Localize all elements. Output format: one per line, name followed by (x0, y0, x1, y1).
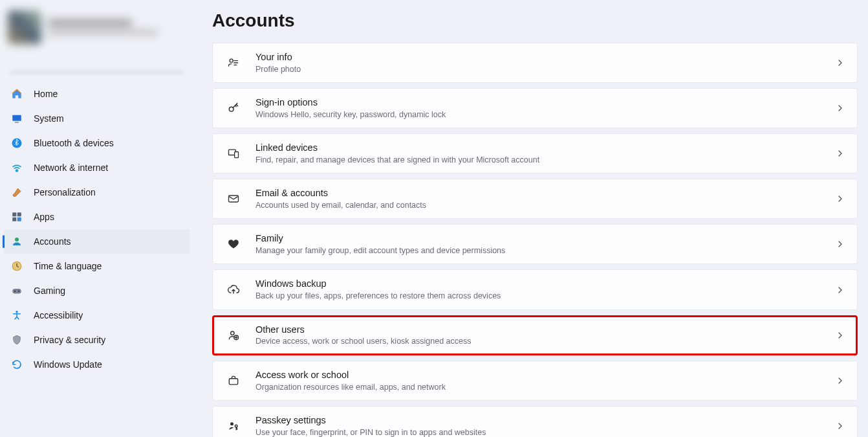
backup-icon (224, 281, 243, 299)
svg-rect-21 (229, 378, 237, 384)
mail-icon (224, 190, 243, 208)
gaming-icon (10, 284, 23, 297)
card-title: Windows backup (255, 278, 835, 290)
nav-label: Time & language (34, 261, 102, 271)
bluetooth-icon (10, 137, 23, 150)
avatar (8, 10, 41, 44)
settings-card-list: Your infoProfile photoSign-in optionsWin… (212, 43, 858, 437)
chevron-right-icon (835, 58, 845, 68)
chevron-right-icon (835, 285, 845, 295)
sidebar-item-time[interactable]: Time & language (4, 254, 190, 278)
chevron-right-icon (835, 375, 845, 386)
card-body: Linked devicesFind, repair, and manage d… (255, 142, 835, 165)
nav-label: Windows Update (34, 359, 102, 370)
settings-card-other-users[interactable]: Other usersDevice access, work or school… (212, 315, 858, 355)
card-title: Passkey settings (255, 414, 835, 427)
search-input[interactable] (10, 58, 184, 73)
card-body: Windows backupBack up your files, apps, … (255, 278, 835, 301)
sidebar-item-privacy[interactable]: Privacy & security (4, 328, 190, 352)
people-add-icon (224, 326, 243, 344)
card-subtitle: Manage your family group, edit account t… (255, 245, 835, 256)
svg-point-14 (230, 59, 233, 62)
wifi-icon (10, 161, 23, 174)
system-icon (10, 112, 23, 125)
apps-icon (10, 210, 23, 223)
card-body: Other usersDevice access, work or school… (255, 324, 835, 347)
card-title: Your info (255, 51, 835, 63)
svg-rect-10 (12, 289, 21, 294)
card-body: Sign-in optionsWindows Hello, security k… (255, 96, 835, 120)
card-subtitle: Find, repair, and manage devices that ar… (255, 155, 835, 165)
svg-rect-6 (12, 218, 16, 221)
svg-point-3 (16, 170, 18, 172)
sidebar-item-system[interactable]: System (4, 106, 190, 131)
sidebar-item-home[interactable]: Home (4, 82, 190, 106)
card-body: Access work or schoolOrganization resour… (255, 369, 835, 392)
card-subtitle: Organization resources like email, apps,… (255, 382, 835, 392)
chevron-right-icon (835, 194, 845, 204)
svg-rect-0 (12, 115, 21, 121)
sidebar-item-apps[interactable]: Apps (4, 205, 190, 229)
sidebar-item-accounts[interactable]: Accounts (4, 229, 190, 254)
card-body: Passkey settingsUse your face, fingerpri… (255, 414, 835, 437)
settings-card-sign-in-options[interactable]: Sign-in optionsWindows Hello, security k… (212, 88, 858, 128)
settings-card-email-accounts[interactable]: Email & accountsAccounts used by email, … (212, 179, 858, 219)
svg-rect-17 (235, 152, 239, 158)
key-icon (224, 99, 243, 117)
card-subtitle: Device access, work or school users, kio… (255, 336, 835, 346)
sidebar-item-update[interactable]: Windows Update (4, 352, 190, 377)
card-subtitle: Windows Hello, security key, password, d… (255, 109, 835, 120)
nav-label: System (34, 113, 64, 124)
card-title: Access work or school (255, 369, 835, 381)
main-content: Accounts Your infoProfile photoSign-in o… (194, 0, 868, 437)
svg-rect-1 (15, 122, 19, 123)
card-title: Email & accounts (255, 187, 835, 199)
svg-rect-4 (12, 212, 16, 216)
chevron-right-icon (835, 421, 845, 431)
card-subtitle: Back up your files, apps, preferences to… (255, 291, 835, 301)
settings-card-linked-devices[interactable]: Linked devicesFind, repair, and manage d… (212, 133, 858, 174)
sidebar-item-bluetooth[interactable]: Bluetooth & devices (4, 131, 190, 155)
svg-rect-18 (229, 196, 239, 202)
sidebar-item-accessibility[interactable]: Accessibility (4, 303, 190, 328)
card-body: Email & accountsAccounts used by email, … (255, 187, 835, 210)
chevron-right-icon (835, 239, 845, 249)
heart-icon (224, 235, 243, 253)
svg-point-12 (18, 291, 19, 292)
shield-icon (10, 333, 23, 346)
update-icon (10, 358, 23, 371)
settings-card-family[interactable]: FamilyManage your family group, edit acc… (212, 224, 858, 264)
card-body: Your infoProfile photo (255, 51, 835, 74)
accounts-icon (10, 235, 23, 248)
settings-card-access-work-or-school[interactable]: Access work or schoolOrganization resour… (212, 361, 858, 401)
sidebar-nav: Home System Bluetooth & devices Network … (0, 79, 194, 377)
sidebar-item-gaming[interactable]: Gaming (4, 278, 190, 303)
svg-point-11 (14, 291, 16, 292)
chevron-right-icon (835, 330, 845, 341)
settings-card-passkey-settings[interactable]: Passkey settingsUse your face, fingerpri… (212, 406, 858, 437)
page-title: Accounts (212, 10, 858, 31)
svg-point-23 (235, 425, 237, 427)
nav-label: Accounts (34, 236, 71, 247)
card-title: Linked devices (255, 142, 835, 154)
nav-label: Accessibility (34, 310, 83, 320)
nav-label: Bluetooth & devices (34, 138, 114, 148)
nav-label: Privacy & security (34, 335, 105, 345)
chevron-right-icon (835, 103, 845, 113)
nav-label: Gaming (34, 286, 65, 296)
nav-label: Home (34, 89, 58, 99)
devices-icon (224, 144, 243, 162)
settings-card-windows-backup[interactable]: Windows backupBack up your files, apps, … (212, 269, 858, 309)
svg-rect-5 (17, 212, 21, 216)
sidebar-item-personalization[interactable]: Personalization (4, 180, 190, 205)
svg-rect-7 (17, 218, 21, 221)
card-subtitle: Profile photo (255, 64, 835, 74)
card-subtitle: Use your face, fingerprint, or PIN to si… (255, 427, 835, 437)
accessibility-icon (10, 309, 23, 322)
nav-label: Apps (34, 212, 54, 222)
card-body: FamilyManage your family group, edit acc… (255, 232, 835, 256)
card-title: Family (255, 232, 835, 245)
nav-label: Personalization (34, 187, 96, 197)
sidebar-item-network[interactable]: Network & internet (4, 155, 190, 180)
settings-card-your-info[interactable]: Your infoProfile photo (212, 43, 858, 83)
